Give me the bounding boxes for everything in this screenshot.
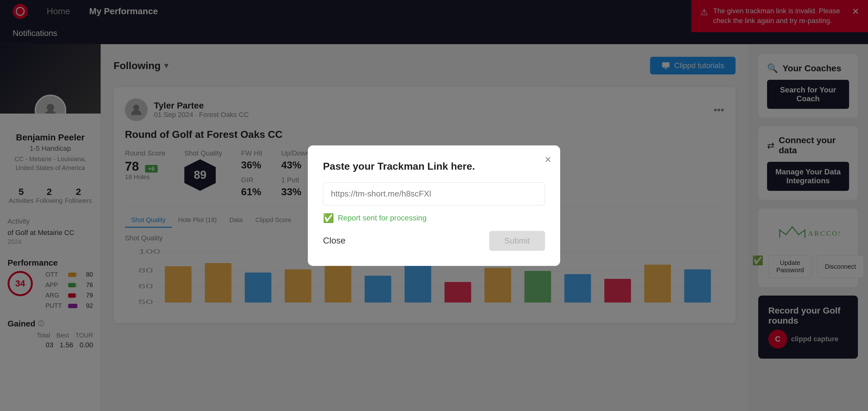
- trackman-modal: × Paste your Trackman Link here. ✅ Repor…: [308, 146, 560, 266]
- modal-close-button[interactable]: Close: [323, 235, 346, 246]
- trackman-link-input[interactable]: [323, 182, 545, 205]
- modal-overlay: × Paste your Trackman Link here. ✅ Repor…: [0, 0, 868, 411]
- success-text: Report sent for processing: [338, 214, 427, 222]
- modal-close-icon[interactable]: ×: [545, 153, 551, 166]
- modal-actions: Close Submit: [323, 231, 545, 251]
- modal-success-message: ✅ Report sent for processing: [323, 213, 545, 223]
- modal-submit-button[interactable]: Submit: [489, 231, 545, 251]
- success-icon: ✅: [323, 213, 334, 223]
- modal-title: Paste your Trackman Link here.: [323, 161, 545, 172]
